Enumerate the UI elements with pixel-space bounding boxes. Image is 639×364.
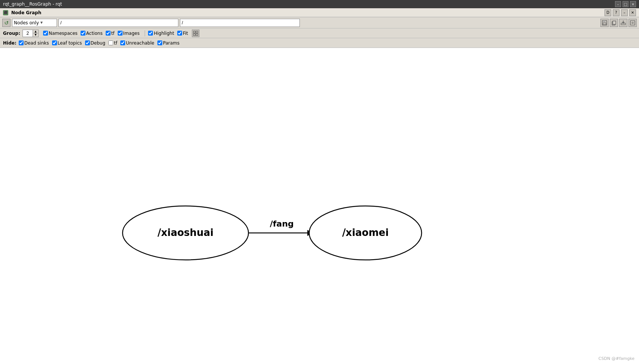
title-bar-controls: – □ ✕: [615, 1, 636, 7]
filter2-input[interactable]: [180, 19, 300, 27]
tf-hide-label: tf: [114, 40, 117, 46]
title-bar-title: rqt_graph__RosGraph - rqt: [3, 1, 62, 7]
fit-checkbox[interactable]: [177, 31, 182, 36]
tf-label: tf: [111, 31, 115, 36]
group-spinner[interactable]: ▲ ▼: [22, 30, 39, 37]
svg-rect-11: [193, 34, 195, 36]
unreachable-label: Unreachable: [126, 40, 154, 46]
group-value-input[interactable]: [22, 30, 33, 37]
highlight-label: Highlight: [154, 31, 174, 36]
svg-text:/fang: /fang: [270, 219, 294, 228]
maximize-btn[interactable]: □: [623, 1, 629, 7]
plugin-doc-btn[interactable]: D: [605, 9, 611, 16]
plugin-bar-right: D ? – ✕: [605, 9, 636, 16]
graph-canvas[interactable]: /fang /xiaoshuai /xiaomei CSDN @#famgke: [0, 48, 639, 364]
namespaces-checkbox-group: Namespaces: [43, 31, 78, 36]
toolbar3: Hide: Dead sinks Leaf topics Debug tf Un…: [0, 38, 639, 48]
plugin-minimize-btn[interactable]: –: [621, 9, 628, 16]
fit-checkbox-group: Fit: [177, 31, 188, 36]
svg-rect-10: [196, 31, 198, 33]
tf-checkbox[interactable]: [106, 31, 111, 36]
fit-icon-btn[interactable]: [192, 30, 199, 37]
svg-rect-9: [193, 31, 195, 33]
plugin-help-btn[interactable]: ?: [613, 9, 620, 16]
svg-rect-7: [630, 21, 635, 25]
debug-checkbox-group: Debug: [85, 40, 105, 46]
params-checkbox-group: Params: [157, 40, 180, 46]
svg-point-8: [632, 22, 633, 24]
export-button[interactable]: [619, 19, 627, 27]
svg-text:/xiaoshuai: /xiaoshuai: [157, 227, 214, 238]
app-container: rqt_graph__RosGraph - rqt – □ ✕ ⬛ Node G…: [0, 0, 639, 364]
fit-label: Fit: [183, 31, 188, 36]
refresh-button[interactable]: ↺: [2, 19, 10, 27]
tf-hide-checkbox-group: tf: [108, 40, 117, 46]
dead-sinks-checkbox[interactable]: [19, 40, 24, 45]
watermark: CSDN @#famgke: [599, 356, 635, 361]
images-label: Images: [123, 31, 140, 36]
dropdown-value: Nodes only: [14, 20, 39, 25]
plugin-title: Node Graph: [11, 10, 41, 15]
highlight-checkbox[interactable]: [148, 31, 153, 36]
svg-rect-2: [603, 23, 606, 25]
svg-text:/xiaomei: /xiaomei: [342, 227, 389, 238]
svg-rect-12: [196, 34, 198, 36]
namespaces-label: Namespaces: [49, 31, 78, 36]
spinner-arrows: ▲ ▼: [33, 30, 39, 37]
dead-sinks-checkbox-group: Dead sinks: [19, 40, 49, 46]
filter1-input[interactable]: [58, 19, 178, 27]
copy-button[interactable]: [610, 19, 618, 27]
highlight-checkbox-group: Highlight: [148, 31, 174, 36]
leaf-topics-checkbox-group: Leaf topics: [52, 40, 82, 46]
leaf-topics-checkbox[interactable]: [52, 40, 57, 45]
chevron-down-icon: ▼: [40, 21, 43, 24]
os-title-bar: rqt_graph__RosGraph - rqt – □ ✕: [0, 0, 639, 8]
plugin-bar: ⬛ Node Graph D ? – ✕: [0, 8, 639, 17]
params-checkbox[interactable]: [157, 40, 162, 45]
images-checkbox-group: Images: [118, 31, 140, 36]
unreachable-checkbox-group: Unreachable: [120, 40, 154, 46]
unreachable-checkbox[interactable]: [120, 40, 125, 45]
dead-sinks-label: Dead sinks: [24, 40, 49, 46]
toolbar2: Group: ▲ ▼ Namespaces Actions tf Images: [0, 28, 639, 38]
tf-checkbox-group: tf: [106, 31, 115, 36]
group-label: Group:: [3, 31, 20, 36]
hide-label: Hide:: [3, 40, 16, 46]
actions-label: Actions: [86, 31, 103, 36]
graph-svg: /fang /xiaoshuai /xiaomei: [0, 48, 639, 364]
plugin-icon: ⬛: [3, 10, 8, 15]
leaf-topics-label: Leaf topics: [58, 40, 82, 46]
namespaces-checkbox[interactable]: [43, 31, 48, 36]
actions-checkbox-group: Actions: [81, 31, 103, 36]
params-label: Params: [163, 40, 180, 46]
spinner-up-btn[interactable]: ▲: [33, 30, 38, 33]
plugin-close-btn[interactable]: ✕: [629, 9, 636, 16]
close-btn[interactable]: ✕: [630, 1, 636, 7]
svg-rect-4: [613, 21, 616, 24]
node-filter-dropdown[interactable]: Nodes only ▼: [12, 19, 57, 27]
spinner-down-btn[interactable]: ▼: [33, 33, 38, 37]
tf-hide-checkbox[interactable]: [108, 40, 113, 45]
debug-checkbox[interactable]: [85, 40, 90, 45]
minimize-btn[interactable]: –: [615, 1, 621, 7]
save-button[interactable]: [600, 19, 609, 27]
divider: [145, 30, 145, 36]
images-checkbox[interactable]: [118, 31, 123, 36]
settings-button[interactable]: [629, 19, 637, 27]
toolbar1-icon-buttons: [600, 19, 637, 27]
debug-label: Debug: [91, 40, 105, 46]
toolbar1: ↺ Nodes only ▼: [0, 17, 639, 28]
actions-checkbox[interactable]: [81, 31, 85, 36]
svg-rect-1: [603, 21, 605, 22]
